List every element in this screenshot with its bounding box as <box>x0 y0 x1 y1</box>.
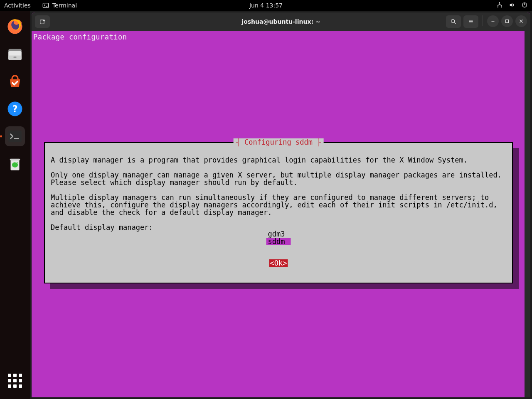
software-icon <box>6 73 24 90</box>
menu-button[interactable] <box>463 15 478 28</box>
svg-point-3 <box>501 5 502 6</box>
minimize-button[interactable] <box>487 15 499 27</box>
volume-icon[interactable] <box>509 2 515 10</box>
dock-item-firefox[interactable] <box>5 17 25 37</box>
power-icon[interactable] <box>521 2 528 10</box>
dock-item-trash[interactable] <box>5 154 25 174</box>
window-titlebar: joshua@ubuntu-linux: ~ <box>32 12 530 31</box>
ok-button[interactable]: <Ok> <box>269 259 288 267</box>
new-tab-button[interactable] <box>35 15 50 28</box>
dialog-text: A display manager is a program that prov… <box>51 149 506 239</box>
svg-rect-27 <box>506 20 509 23</box>
active-app-menu[interactable]: Terminal <box>42 2 77 9</box>
svg-point-5 <box>501 7 502 7</box>
activities-button[interactable]: Activities <box>4 2 31 9</box>
close-button[interactable] <box>515 15 527 27</box>
show-apps-button[interactable] <box>5 371 25 391</box>
dock-item-software[interactable] <box>5 71 25 91</box>
terminal-scrollbar[interactable] <box>525 31 530 397</box>
dock-item-files[interactable] <box>5 44 25 64</box>
search-button[interactable] <box>446 15 461 28</box>
option-sddm[interactable]: sddm <box>266 238 291 245</box>
dock-item-terminal[interactable] <box>5 126 25 146</box>
terminal-window: joshua@ubuntu-linux: ~ Package configura… <box>32 12 530 397</box>
svg-text:?: ? <box>12 103 17 114</box>
gnome-top-panel: Activities Terminal Jun 4 13:57 <box>0 0 532 11</box>
dialog-title: ┤ Configuring sddm ├ <box>234 138 324 146</box>
clock[interactable]: Jun 4 13:57 <box>249 2 283 9</box>
files-icon <box>6 45 24 63</box>
debconf-dialog: ┤ Configuring sddm ├ A display manager i… <box>44 142 513 283</box>
svg-rect-0 <box>43 3 48 8</box>
option-gdm3[interactable]: gdm3 <box>266 230 291 238</box>
firefox-icon <box>6 18 24 35</box>
svg-point-4 <box>498 7 498 7</box>
svg-line-22 <box>454 22 456 24</box>
svg-rect-17 <box>10 159 20 160</box>
terminal-app-icon <box>6 128 24 145</box>
dialog-options: gdm3 sddm <box>266 230 291 245</box>
help-icon: ? <box>6 100 24 118</box>
network-icon[interactable] <box>496 2 503 10</box>
dock-item-help[interactable]: ? <box>5 99 25 119</box>
svg-rect-12 <box>14 57 17 58</box>
terminal-body[interactable]: Package configuration ┤ Configuring sddm… <box>32 31 530 397</box>
active-app-label: Terminal <box>52 2 77 9</box>
svg-point-2 <box>498 5 498 6</box>
terminal-icon <box>42 2 49 9</box>
trash-icon <box>6 155 24 172</box>
svg-point-1 <box>499 2 500 3</box>
dock: ? <box>0 11 30 399</box>
window-title: joshua@ubuntu-linux: ~ <box>241 18 320 25</box>
svg-rect-15 <box>8 131 22 142</box>
maximize-button[interactable] <box>501 15 513 27</box>
package-config-header: Package configuration <box>33 33 530 41</box>
svg-point-21 <box>451 20 455 23</box>
